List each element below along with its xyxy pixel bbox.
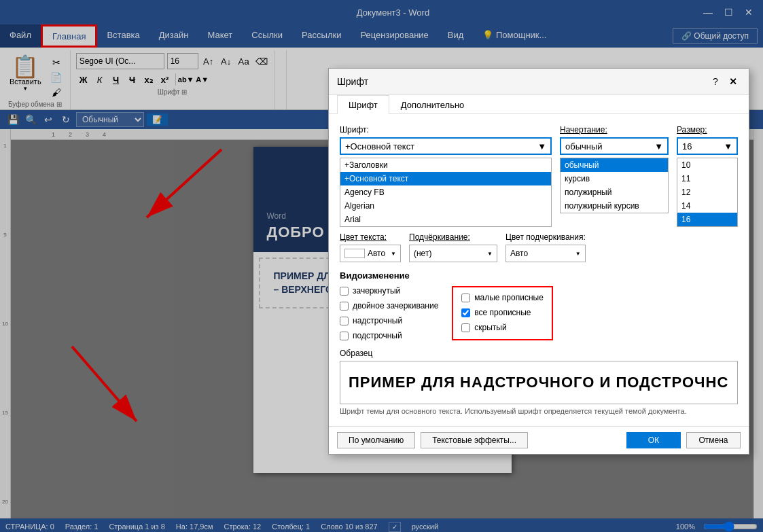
- dialog-tabs: Шрифт Дополнительно: [329, 95, 749, 114]
- preview-description: Шрифт темы для основного текста. Использ…: [340, 407, 738, 415]
- text-color-dropdown[interactable]: Авто ▼: [340, 245, 401, 262]
- underline-color-column: Цвет подчеркивания: Авто ▼: [505, 232, 586, 262]
- font-item[interactable]: Arial: [340, 213, 551, 226]
- superscript-checkbox[interactable]: [340, 317, 349, 325]
- dialog-close-button[interactable]: ✕: [726, 74, 741, 89]
- size-list[interactable]: 10 11 12 14 16: [677, 158, 738, 227]
- underline-color-label: Цвет подчеркивания:: [505, 232, 586, 242]
- hidden-checkbox-label: скрытый: [461, 323, 544, 332]
- color-swatch: [344, 249, 365, 258]
- font-item-selected[interactable]: +Основной текст: [340, 172, 551, 185]
- underline-arrow: ▼: [487, 251, 493, 257]
- style-header-display[interactable]: обычный ▼: [560, 137, 669, 155]
- superscript-checkbox-label: надстрочный: [340, 316, 438, 325]
- subscript-checkbox[interactable]: [340, 332, 349, 340]
- color-value: Авто: [368, 249, 385, 258]
- dialog-overlay: Шрифт ? ✕ Шрифт Дополнительно Шрифт: +Ос…: [0, 0, 763, 532]
- size-item[interactable]: 10: [677, 158, 737, 172]
- preview-box: ПРИМЕР ДЛЯ НАДСТРОЧНОГО И ПОДСТРОЧНС: [340, 361, 738, 404]
- all-caps-checkbox[interactable]: [461, 308, 470, 317]
- dialog-tab-font[interactable]: Шрифт: [337, 95, 389, 114]
- underline-color-value: Авто: [510, 249, 528, 258]
- dialog-titlebar: Шрифт ? ✕: [329, 69, 749, 95]
- size-item[interactable]: 12: [677, 185, 737, 199]
- size-header-display[interactable]: 16 ▼: [677, 137, 738, 155]
- font-field-label: Шрифт:: [340, 125, 552, 135]
- dialog-titlebar-buttons: ? ✕: [708, 74, 741, 89]
- preview-label: Образец: [340, 349, 738, 358]
- dialog-help-button[interactable]: ?: [708, 74, 723, 89]
- font-item[interactable]: Agency FB: [340, 185, 551, 199]
- dialog-body: Шрифт: +Основной текст ▼ +Заголовки +Осн…: [329, 114, 749, 426]
- strikethrough-checkbox-label: зачеркнутый: [340, 286, 438, 296]
- font-selected-text: +Основной текст: [345, 141, 414, 152]
- strikethrough-checkbox[interactable]: [340, 287, 349, 296]
- size-item[interactable]: 11: [677, 172, 737, 185]
- font-column: Шрифт: +Основной текст ▼ +Заголовки +Осн…: [340, 125, 552, 227]
- underline-label: Подчёркивание:: [409, 232, 497, 242]
- text-effects-button[interactable]: Текстовые эффекты...: [421, 432, 528, 448]
- underline-color-dropdown[interactable]: Авто ▼: [505, 245, 586, 262]
- size-selected-text: 16: [682, 141, 692, 152]
- checkboxes-left: зачеркнутый двойное зачеркивание надстро…: [340, 286, 438, 340]
- default-button[interactable]: По умолчанию: [337, 432, 415, 448]
- double-strikethrough-checkbox-label: двойное зачеркивание: [340, 301, 438, 311]
- style-column: Начертание: обычный ▼ обычный курсив пол…: [560, 125, 669, 227]
- size-item[interactable]: 14: [677, 199, 737, 213]
- preview-section: Образец ПРИМЕР ДЛЯ НАДСТРОЧНОГО И ПОДСТР…: [340, 349, 738, 415]
- underline-value: (нет): [414, 249, 431, 258]
- font-item[interactable]: +Заголовки: [340, 158, 551, 172]
- checkboxes-right: малые прописные все прописные скрытый: [452, 286, 553, 340]
- modifications-label: Видоизменение: [340, 270, 738, 281]
- hidden-checkbox[interactable]: [461, 323, 470, 332]
- style-selected-text: обычный: [565, 141, 603, 152]
- text-color-column: Цвет текста: Авто ▼: [340, 232, 401, 262]
- underline-column: Подчёркивание: (нет) ▼: [409, 232, 497, 262]
- size-field-label: Размер:: [677, 125, 738, 135]
- dialog-title: Шрифт: [337, 76, 368, 87]
- modifications-section: Видоизменение зачеркнутый двойное зачерк…: [340, 270, 738, 340]
- preview-text: ПРИМЕР ДЛЯ НАДСТРОЧНОГО И ПОДСТРОЧНС: [349, 374, 728, 391]
- style-item[interactable]: полужирный: [561, 185, 668, 199]
- dialog-tab-advanced[interactable]: Дополнительно: [389, 95, 476, 114]
- style-item[interactable]: курсив: [561, 172, 668, 185]
- dialog-footer: По умолчанию Текстовые эффекты... ОК Отм…: [329, 426, 749, 454]
- style-item-selected[interactable]: обычный: [561, 158, 668, 172]
- color-dropdown-arrow: ▼: [391, 251, 396, 257]
- subscript-checkbox-label: подстрочный: [340, 331, 438, 340]
- all-caps-checkbox-label: все прописные: [461, 308, 544, 317]
- cancel-button[interactable]: Отмена: [686, 432, 741, 448]
- underline-dropdown[interactable]: (нет) ▼: [409, 245, 497, 262]
- size-column: Размер: 16 ▼ 10 11 12 14 16: [677, 125, 738, 227]
- font-list[interactable]: +Заголовки +Основной текст Agency FB Alg…: [340, 158, 552, 227]
- font-dialog: Шрифт ? ✕ Шрифт Дополнительно Шрифт: +Ос…: [328, 68, 749, 455]
- style-list[interactable]: обычный курсив полужирный полужирный кур…: [560, 158, 669, 213]
- double-strikethrough-checkbox[interactable]: [340, 302, 349, 311]
- font-header-display[interactable]: +Основной текст ▼: [340, 137, 552, 155]
- small-caps-checkbox[interactable]: [461, 294, 470, 302]
- underline-color-arrow: ▼: [575, 251, 581, 257]
- style-field-label: Начертание:: [560, 125, 669, 135]
- small-caps-checkbox-label: малые прописные: [461, 293, 544, 302]
- ok-button[interactable]: ОК: [626, 432, 681, 448]
- text-color-label: Цвет текста:: [340, 232, 401, 242]
- style-item[interactable]: полужирный курсив: [561, 199, 668, 213]
- size-item-selected[interactable]: 16: [677, 213, 737, 226]
- font-item[interactable]: Algerian: [340, 199, 551, 213]
